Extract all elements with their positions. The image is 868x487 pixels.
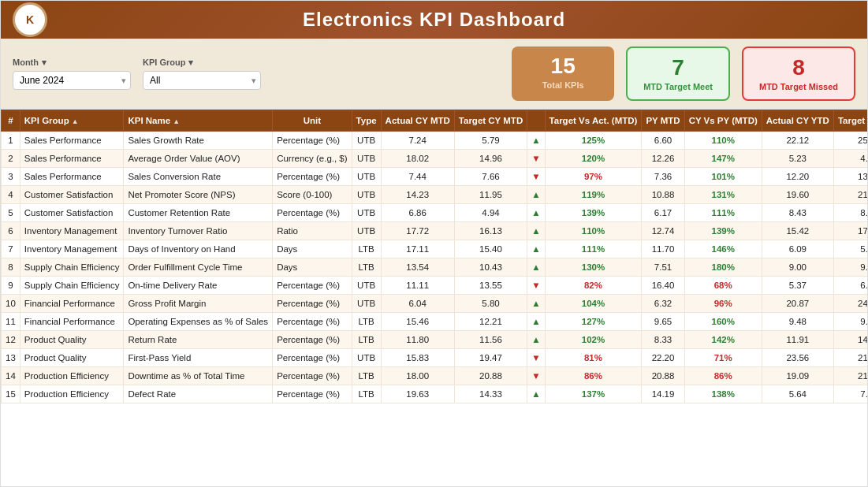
arrow-up-icon: ▲ — [531, 208, 540, 217]
cell-target-cy-mtd: 16.13 — [454, 221, 527, 240]
table-header-row: # KPI Group ▲ KPI Name ▲ Unit Type Actua… — [2, 110, 868, 131]
cell-target-cy-mtd: 5.80 — [454, 294, 527, 312]
table-row: 9 Supply Chain Efficiency On-time Delive… — [2, 276, 868, 294]
cell-cy-vs-py: 71% — [684, 348, 762, 366]
cell-kpi-name: Sales Growth Rate — [124, 131, 273, 149]
cell-kpi-name: Net Promoter Score (NPS) — [124, 185, 273, 203]
cell-unit: Percentage (%) — [273, 131, 352, 149]
cell-py-mtd: 22.20 — [642, 348, 684, 366]
cell-py-mtd: 6.60 — [642, 131, 684, 149]
col-type: Type — [352, 110, 381, 131]
cell-kpi-name: Operating Expenses as % of Sales — [124, 312, 273, 330]
cell-arrow: ▲ — [527, 330, 545, 348]
cell-actual-cy-ytd: 5.64 — [762, 385, 833, 403]
table-row: 6 Inventory Management Inventory Turnove… — [2, 221, 868, 240]
cell-actual-cy-ytd: 20.87 — [762, 294, 833, 312]
cell-actual-cy-mtd: 14.23 — [381, 185, 454, 203]
cell-type: UTB — [352, 149, 381, 167]
table-row: 13 Product Quality First-Pass Yield Perc… — [2, 348, 868, 366]
cell-target-vs-act: 97% — [545, 167, 642, 185]
col-kpi-name[interactable]: KPI Name ▲ — [124, 110, 273, 131]
cell-arrow: ▲ — [527, 294, 545, 312]
cell-cy-vs-py: 96% — [684, 294, 762, 312]
filter-row: Month ▾ June 2024 KPI Group ▾ All — [1, 39, 867, 110]
arrow-up-icon: ▲ — [531, 190, 540, 199]
kpi-group-select[interactable]: All — [143, 71, 261, 90]
cell-cy-vs-py: 139% — [684, 221, 762, 240]
cell-unit: Percentage (%) — [273, 294, 352, 312]
cell-actual-cy-mtd: 11.80 — [381, 330, 454, 348]
cell-target-cy-mtd: 7.66 — [454, 167, 527, 185]
cell-type: UTB — [352, 221, 381, 240]
cell-actual-cy-mtd: 15.83 — [381, 348, 454, 366]
cell-py-mtd: 10.88 — [642, 185, 684, 203]
col-spacer — [527, 110, 545, 131]
cell-num: 2 — [2, 149, 20, 167]
cell-type: UTB — [352, 294, 381, 312]
cell-cy-vs-py: 111% — [684, 203, 762, 221]
cell-cy-vs-py: 110% — [684, 131, 762, 149]
cell-actual-cy-mtd: 17.72 — [381, 221, 454, 240]
cell-actual-cy-mtd: 15.46 — [381, 312, 454, 330]
mtd-meet-label: MTD Target Meet — [643, 82, 713, 91]
table-row: 4 Customer Satisfaction Net Promoter Sco… — [2, 185, 868, 203]
cell-target-cy-ytd: 13.30 — [833, 167, 867, 185]
cell-type: UTB — [352, 203, 381, 221]
table-row: 3 Sales Performance Sales Conversion Rat… — [2, 167, 868, 185]
cell-kpi-group: Financial Performance — [20, 312, 124, 330]
cell-target-vs-act: 82% — [545, 276, 642, 294]
cell-actual-cy-ytd: 11.91 — [762, 330, 833, 348]
cell-cy-vs-py: 160% — [684, 312, 762, 330]
cell-actual-cy-ytd: 19.09 — [762, 366, 833, 385]
cell-py-mtd: 9.65 — [642, 312, 684, 330]
arrow-up-icon: ▲ — [531, 136, 540, 145]
cell-type: UTB — [352, 131, 381, 149]
cell-arrow: ▲ — [527, 385, 545, 403]
cell-kpi-name: On-time Delivery Rate — [124, 276, 273, 294]
cell-kpi-name: Sales Conversion Rate — [124, 167, 273, 185]
table-row: 10 Financial Performance Gross Profit Ma… — [2, 294, 868, 312]
cell-kpi-group: Financial Performance — [20, 294, 124, 312]
mtd-meet-card: 7 MTD Target Meet — [626, 46, 730, 101]
cell-target-cy-mtd: 15.40 — [454, 240, 527, 258]
col-kpi-group[interactable]: KPI Group ▲ — [20, 110, 124, 131]
cell-py-mtd: 6.17 — [642, 203, 684, 221]
cell-actual-cy-mtd: 18.02 — [381, 149, 454, 167]
cell-actual-cy-ytd: 6.09 — [762, 240, 833, 258]
cell-cy-vs-py: 68% — [684, 276, 762, 294]
cell-target-vs-act: 125% — [545, 131, 642, 149]
cell-arrow: ▲ — [527, 258, 545, 276]
cell-num: 4 — [2, 185, 20, 203]
cell-arrow: ▲ — [527, 203, 545, 221]
kpi-group-filter-group: KPI Group ▾ All — [143, 58, 261, 90]
cell-actual-cy-mtd: 17.11 — [381, 240, 454, 258]
col-cy-vs-py: CY Vs PY (MTD) — [684, 110, 762, 131]
cell-py-mtd: 16.40 — [642, 276, 684, 294]
cell-arrow: ▲ — [527, 221, 545, 240]
table-row: 12 Product Quality Return Rate Percentag… — [2, 330, 868, 348]
total-kpis-card: 15 Total KPIs — [512, 46, 614, 101]
cell-kpi-group: Sales Performance — [20, 149, 124, 167]
cell-target-cy-ytd: 24.42 — [833, 294, 867, 312]
cell-unit: Percentage (%) — [273, 385, 352, 403]
table-row: 8 Supply Chain Efficiency Order Fulfillm… — [2, 258, 868, 276]
cell-target-vs-act: 111% — [545, 240, 642, 258]
cell-kpi-group: Sales Performance — [20, 167, 124, 185]
arrow-up-icon: ▲ — [531, 335, 540, 344]
cell-num: 15 — [2, 385, 20, 403]
cell-kpi-group: Production Efficiency — [20, 366, 124, 385]
cell-actual-cy-mtd: 18.00 — [381, 366, 454, 385]
cell-target-cy-ytd: 8.43 — [833, 203, 867, 221]
arrow-down-icon: ▼ — [531, 172, 540, 181]
cell-num: 5 — [2, 203, 20, 221]
cell-py-mtd: 12.26 — [642, 149, 684, 167]
cell-target-vs-act: 81% — [545, 348, 642, 366]
col-actual-cy-ytd: Actual CY YTD — [762, 110, 833, 131]
cell-num: 6 — [2, 221, 20, 240]
arrow-down-icon: ▼ — [531, 353, 540, 362]
cell-type: UTB — [352, 185, 381, 203]
month-select[interactable]: June 2024 — [13, 71, 131, 90]
cell-target-cy-ytd: 4.81 — [833, 149, 867, 167]
cell-type: LTB — [352, 330, 381, 348]
cell-arrow: ▼ — [527, 348, 545, 366]
